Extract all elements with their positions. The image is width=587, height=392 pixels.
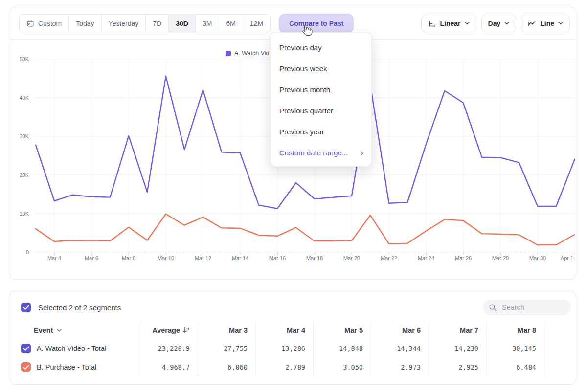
svg-text:Mar 20: Mar 20 bbox=[343, 255, 360, 261]
cell-a-mar7: 14,230 bbox=[429, 339, 486, 358]
menu-item-previous-month[interactable]: Previous month bbox=[271, 79, 371, 100]
chart-display-controls: Linear Day Line bbox=[421, 15, 570, 32]
svg-text:40K: 40K bbox=[19, 95, 29, 101]
preset-today[interactable]: Today bbox=[69, 15, 101, 32]
analytics-dashboard: 010K20K30K40K50KMar 4Mar 6Mar 8Mar 10Mar… bbox=[0, 0, 587, 392]
preset-custom-label: Custom bbox=[38, 20, 62, 27]
svg-text:Mar 12: Mar 12 bbox=[195, 255, 211, 261]
svg-text:Mar 8: Mar 8 bbox=[122, 255, 135, 261]
preset-12m-label: 12M bbox=[250, 20, 263, 27]
svg-text:Mar 30: Mar 30 bbox=[529, 255, 546, 261]
segments-card: Selected 2 of 2 segments Event Average bbox=[10, 291, 576, 385]
column-header-mar6: Mar 6 bbox=[371, 322, 429, 339]
preset-30d[interactable]: 30D bbox=[169, 15, 196, 32]
check-icon bbox=[23, 305, 29, 310]
preset-7d[interactable]: 7D bbox=[146, 15, 169, 32]
preset-custom[interactable]: Custom bbox=[20, 15, 69, 32]
cell-b-mar7: 2,925 bbox=[429, 358, 486, 376]
column-header-average[interactable]: Average bbox=[140, 322, 198, 339]
granularity-dropdown[interactable]: Day bbox=[481, 15, 517, 32]
granularity-label: Day bbox=[488, 20, 501, 27]
selected-segments-label: Selected 2 of 2 segments bbox=[38, 304, 121, 312]
cell-b-mar4: 2,789 bbox=[255, 358, 313, 376]
axis-scale-dropdown[interactable]: Linear bbox=[421, 15, 476, 32]
cell-b-mar3: 6,060 bbox=[198, 358, 255, 376]
preset-30d-label: 30D bbox=[176, 20, 188, 27]
legend-swatch-a bbox=[226, 51, 231, 56]
search-icon bbox=[489, 304, 497, 312]
cell-b-mar5: 3,050 bbox=[313, 358, 371, 376]
preset-today-label: Today bbox=[76, 20, 94, 27]
search-input[interactable] bbox=[501, 303, 562, 312]
svg-text:Mar 28: Mar 28 bbox=[492, 255, 509, 261]
table-row-purchase[interactable]: B. Purchase - Total bbox=[10, 358, 140, 376]
cell-a-mar8: 30,145 bbox=[486, 339, 544, 358]
search-box bbox=[483, 300, 571, 315]
compare-to-past-button[interactable]: Compare to Past bbox=[280, 15, 352, 32]
chevron-down-icon bbox=[57, 329, 62, 332]
cell-a-mar6: 14,344 bbox=[371, 339, 429, 358]
preset-7d-label: 7D bbox=[153, 20, 161, 27]
cell-a-mar5: 14,848 bbox=[313, 339, 371, 358]
custom-date-range-label: Custom date range... bbox=[279, 149, 348, 157]
chevron-down-icon bbox=[465, 22, 470, 25]
svg-text:20K: 20K bbox=[19, 172, 29, 178]
calendar-icon bbox=[26, 20, 34, 27]
svg-text:Mar 4: Mar 4 bbox=[47, 255, 61, 261]
sort-descending-icon bbox=[182, 327, 190, 334]
average-header-label: Average bbox=[152, 327, 180, 334]
linear-axis-icon bbox=[428, 20, 436, 27]
preset-3m[interactable]: 3M bbox=[196, 15, 219, 32]
cell-a-mar9-clipped: 15, bbox=[544, 339, 576, 358]
compare-dropdown-menu: Previous day Previous week Previous mont… bbox=[270, 32, 372, 167]
check-icon bbox=[23, 365, 29, 370]
column-header-mar7: Mar 7 bbox=[429, 322, 486, 339]
svg-text:Mar 16: Mar 16 bbox=[269, 255, 286, 261]
cell-a-mar4: 13,286 bbox=[255, 339, 313, 358]
cell-b-mar9-clipped: 3, bbox=[544, 358, 576, 376]
menu-item-previous-week[interactable]: Previous week bbox=[271, 58, 371, 79]
segments-table: Event Average Mar 3 Mar 4 Mar 5 Mar 6 Ma… bbox=[10, 322, 576, 376]
cell-a-mar3: 27,755 bbox=[198, 339, 255, 358]
select-all-checkbox[interactable] bbox=[21, 303, 31, 312]
chevron-down-icon bbox=[558, 22, 563, 25]
menu-item-custom-date-range[interactable]: Custom date range... › bbox=[271, 142, 371, 163]
column-header-mar9-clipped: M bbox=[544, 322, 576, 339]
svg-text:10K: 10K bbox=[19, 211, 29, 217]
column-header-event[interactable]: Event bbox=[10, 322, 140, 339]
column-header-mar8: Mar 8 bbox=[486, 322, 544, 339]
axis-scale-label: Linear bbox=[440, 20, 461, 27]
menu-item-previous-day[interactable]: Previous day bbox=[271, 37, 371, 58]
row-label-watch-video: A. Watch Video - Total bbox=[37, 345, 106, 352]
cell-b-mar6: 2,973 bbox=[371, 358, 429, 376]
row-label-purchase: B. Purchase - Total bbox=[37, 363, 96, 371]
svg-text:Mar 22: Mar 22 bbox=[381, 255, 397, 261]
cell-a-average: 23,228.9 bbox=[140, 339, 198, 358]
table-row-watch-video[interactable]: A. Watch Video - Total bbox=[10, 339, 140, 358]
preset-6m[interactable]: 6M bbox=[219, 15, 243, 32]
svg-text:50K: 50K bbox=[19, 56, 29, 62]
preset-yesterday[interactable]: Yesterday bbox=[102, 15, 146, 32]
column-header-mar5: Mar 5 bbox=[313, 322, 371, 339]
svg-text:30K: 30K bbox=[19, 133, 29, 139]
svg-text:Mar 26: Mar 26 bbox=[455, 255, 472, 261]
event-header-label: Event bbox=[34, 327, 53, 334]
preset-3m-label: 3M bbox=[203, 20, 212, 27]
chevron-right-icon: › bbox=[360, 148, 363, 157]
segments-header: Selected 2 of 2 segments bbox=[10, 299, 576, 316]
cursor-pointer-icon bbox=[299, 24, 313, 39]
date-range-picker: Custom Today Yesterday 7D 30D 3M 6M 12M bbox=[19, 14, 271, 32]
row-checkbox-purchase[interactable] bbox=[21, 362, 31, 372]
chevron-down-icon bbox=[504, 22, 509, 25]
preset-6m-label: 6M bbox=[226, 20, 235, 27]
menu-item-previous-year[interactable]: Previous year bbox=[271, 121, 371, 142]
menu-item-previous-quarter[interactable]: Previous quarter bbox=[271, 100, 371, 121]
svg-text:Mar 6: Mar 6 bbox=[85, 255, 98, 261]
row-checkbox-watch-video[interactable] bbox=[21, 344, 31, 353]
line-chart-icon bbox=[528, 20, 536, 27]
svg-text:Apr 1: Apr 1 bbox=[561, 255, 573, 261]
chart-type-dropdown[interactable]: Line bbox=[521, 15, 570, 32]
cell-b-mar8: 6,484 bbox=[486, 358, 544, 376]
chart-type-label: Line bbox=[540, 20, 554, 27]
preset-12m[interactable]: 12M bbox=[243, 15, 270, 32]
